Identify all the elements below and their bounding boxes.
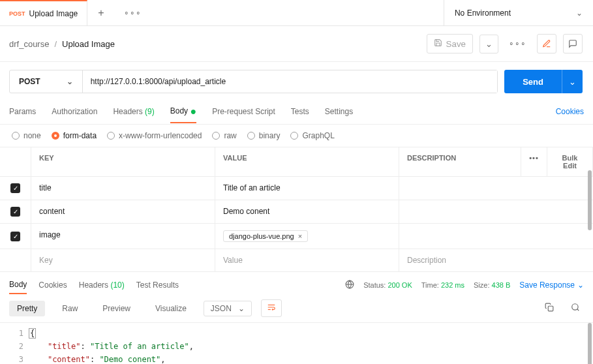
- kv-header-more[interactable]: •••: [521, 147, 547, 176]
- tab-method: POST: [9, 10, 25, 17]
- row-value-file[interactable]: django-plus-vue.png×: [215, 224, 399, 249]
- tab-tests[interactable]: Tests: [291, 100, 309, 123]
- kv-header-value: VALUE: [215, 147, 399, 176]
- table-row: ✓ title Title of an article: [0, 176, 593, 200]
- response-tab-headers[interactable]: Headers (10): [79, 277, 125, 294]
- kv-header-key: KEY: [31, 147, 215, 176]
- chevron-down-icon: ⌄: [576, 8, 583, 18]
- bodytype-xwww[interactable]: x-www-form-urlencoded: [107, 131, 202, 140]
- breadcrumb-separator: /: [54, 39, 57, 49]
- breadcrumb-parent[interactable]: drf_course: [9, 39, 49, 49]
- save-button[interactable]: Save: [427, 34, 473, 53]
- table-row-new[interactable]: Key Value Description: [0, 249, 593, 271]
- time-block: Time: 232 ms: [421, 281, 464, 289]
- row-value-placeholder[interactable]: Value: [215, 249, 399, 271]
- table-row: ✓ content Demo conent: [0, 200, 593, 223]
- cookies-link[interactable]: Cookies: [556, 107, 584, 116]
- send-dropdown[interactable]: ⌄: [562, 70, 583, 93]
- bodytype-none[interactable]: none: [12, 131, 41, 140]
- bodytype-form-data[interactable]: form-data: [52, 131, 97, 140]
- row-checkbox[interactable]: ✓: [10, 207, 20, 217]
- tab-params[interactable]: Params: [9, 100, 36, 123]
- view-preview[interactable]: Preview: [95, 301, 138, 316]
- view-visualize[interactable]: Visualize: [147, 301, 194, 316]
- row-desc-placeholder[interactable]: Description: [399, 249, 593, 271]
- save-icon: [434, 38, 442, 49]
- copy-button[interactable]: [541, 300, 558, 316]
- response-body: 1 2 3 4 5 { "title": "Title of an articl…: [0, 323, 593, 364]
- line-gutter: 1 2 3 4 5: [0, 327, 29, 364]
- search-button[interactable]: [567, 300, 584, 316]
- status-block: Status: 200 OK: [363, 281, 412, 289]
- bodytype-raw[interactable]: raw: [212, 131, 236, 140]
- tab-settings[interactable]: Settings: [325, 100, 353, 123]
- svg-point-5: [572, 304, 578, 310]
- response-tab-cookies[interactable]: Cookies: [38, 277, 67, 294]
- remove-file-icon[interactable]: ×: [298, 232, 302, 240]
- chevron-down-icon: ⌄: [238, 304, 245, 313]
- scrollbar[interactable]: [588, 170, 592, 230]
- send-button[interactable]: Send: [504, 70, 562, 93]
- wrap-lines-button[interactable]: [261, 299, 282, 317]
- comment-button[interactable]: [563, 34, 583, 53]
- header-more-button[interactable]: ∘∘∘: [505, 35, 530, 52]
- globe-icon[interactable]: [345, 280, 354, 290]
- method-label: POST: [19, 77, 40, 86]
- environment-selector[interactable]: No Environment ⌄: [444, 0, 593, 25]
- response-tab-tests[interactable]: Test Results: [136, 277, 179, 294]
- bulk-edit-button[interactable]: Bulk Edit: [547, 147, 593, 176]
- save-response-button[interactable]: Save Response ⌄: [519, 281, 584, 290]
- breadcrumb: drf_course / Upload Image: [9, 39, 115, 49]
- view-raw[interactable]: Raw: [54, 301, 85, 316]
- table-row: ✓ image django-plus-vue.png×: [0, 223, 593, 249]
- row-value-input[interactable]: Title of an article: [215, 177, 399, 200]
- row-value-input[interactable]: Demo conent: [215, 200, 399, 223]
- chevron-down-icon: ⌄: [577, 281, 584, 290]
- svg-line-6: [577, 309, 579, 311]
- kv-header-desc: DESCRIPTION: [399, 147, 521, 176]
- response-format-selector[interactable]: JSON⌄: [204, 301, 252, 316]
- view-pretty[interactable]: Pretty: [9, 301, 45, 316]
- tab-title: Upload Image: [29, 9, 78, 18]
- response-tab-body[interactable]: Body: [9, 276, 27, 294]
- size-block: Size: 438 B: [474, 281, 510, 289]
- request-tab[interactable]: POST Upload Image: [0, 0, 87, 25]
- row-key-input[interactable]: image: [31, 224, 215, 249]
- row-desc-input[interactable]: [399, 177, 593, 200]
- scrollbar[interactable]: [588, 323, 592, 364]
- row-key-input[interactable]: content: [31, 200, 215, 223]
- svg-rect-4: [548, 306, 553, 311]
- tab-body[interactable]: Body ●: [170, 100, 196, 123]
- row-key-placeholder[interactable]: Key: [31, 249, 215, 271]
- method-selector[interactable]: POST ⌄: [10, 70, 83, 93]
- save-label: Save: [446, 39, 466, 49]
- bodytype-binary[interactable]: binary: [247, 131, 281, 140]
- save-dropdown[interactable]: ⌄: [479, 35, 498, 53]
- bodytype-graphql[interactable]: GraphQL: [290, 131, 334, 140]
- breadcrumb-current: Upload Image: [62, 39, 115, 49]
- chevron-down-icon: ⌄: [67, 77, 73, 86]
- row-checkbox[interactable]: ✓: [10, 232, 20, 241]
- environment-label: No Environment: [455, 8, 511, 18]
- tab-prerequest[interactable]: Pre-request Script: [212, 100, 275, 123]
- row-key-input[interactable]: title: [31, 177, 215, 200]
- row-desc-input[interactable]: [399, 224, 593, 249]
- tab-headers[interactable]: Headers (9): [113, 100, 154, 123]
- edit-button[interactable]: [537, 34, 556, 53]
- row-desc-input[interactable]: [399, 200, 593, 223]
- tab-more-button[interactable]: ∘∘∘: [115, 8, 151, 18]
- tab-authorization[interactable]: Authorization: [52, 100, 97, 123]
- new-tab-button[interactable]: +: [87, 7, 114, 19]
- url-input[interactable]: [83, 70, 498, 93]
- row-checkbox[interactable]: ✓: [10, 183, 20, 193]
- modified-dot-icon: ●: [190, 105, 196, 116]
